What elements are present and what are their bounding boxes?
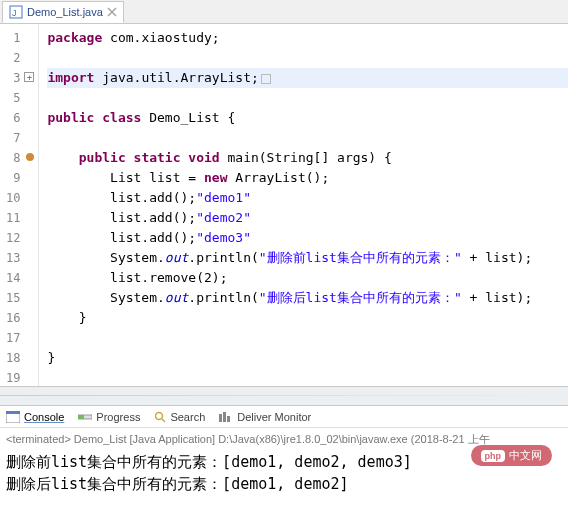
line-number: 8	[6, 148, 20, 168]
line-number: 10	[6, 188, 20, 208]
svg-rect-5	[6, 411, 20, 414]
svg-line-9	[162, 419, 165, 422]
code-line[interactable]: System.out.println("删除前list集合中所有的元素：" + …	[47, 248, 568, 268]
line-number: 12	[6, 228, 20, 248]
fold-toggle-icon[interactable]: +	[24, 72, 34, 82]
search-icon	[154, 411, 166, 423]
tab-search[interactable]: Search	[154, 411, 205, 423]
code-line[interactable]	[47, 88, 568, 108]
line-number: 3+	[6, 68, 20, 88]
line-number: 7	[6, 128, 20, 148]
line-number: 17	[6, 328, 20, 348]
line-number: 15	[6, 288, 20, 308]
tab-console-label: Console	[24, 411, 64, 423]
code-line[interactable]: package com.xiaostudy;	[47, 28, 568, 48]
tab-monitor-label: Deliver Monitor	[237, 411, 311, 423]
java-file-icon: J	[9, 5, 23, 19]
editor-tab-active[interactable]: J Demo_List.java	[2, 1, 124, 23]
code-line[interactable]: list.add();"demo2"	[47, 208, 568, 228]
code-line[interactable]: list.add();"demo3"	[47, 228, 568, 248]
warning-marker-icon[interactable]	[26, 153, 34, 161]
code-line[interactable]: }	[47, 348, 568, 368]
svg-point-8	[156, 412, 163, 419]
code-line[interactable]	[47, 328, 568, 348]
console-icon	[6, 411, 20, 423]
tab-deliver-monitor[interactable]: Deliver Monitor	[219, 411, 311, 423]
svg-rect-7	[78, 415, 84, 419]
editor-tab-title: Demo_List.java	[27, 6, 103, 18]
line-number: 2	[6, 48, 20, 68]
tab-progress-label: Progress	[96, 411, 140, 423]
code-line[interactable]: public class Demo_List {	[47, 108, 568, 128]
code-line[interactable]	[47, 128, 568, 148]
code-line[interactable]: System.out.println("删除后list集合中所有的元素：" + …	[47, 288, 568, 308]
close-icon[interactable]	[107, 7, 117, 17]
code-line[interactable]: }	[47, 308, 568, 328]
console-line: 删除后list集合中所有的元素：[demo1, demo2]	[6, 473, 562, 495]
line-number: 16	[6, 308, 20, 328]
tab-console[interactable]: Console	[6, 411, 64, 423]
code-line[interactable]: List list = new ArrayList();	[47, 168, 568, 188]
code-line[interactable]	[47, 368, 568, 388]
line-number: 5	[6, 88, 20, 108]
line-number: 6	[6, 108, 20, 128]
watermark-badge: 中文网	[471, 445, 553, 466]
line-number: 1	[6, 28, 20, 48]
bottom-panel-tabs: Console Progress Search Deliver Monitor	[0, 406, 568, 428]
tab-progress[interactable]: Progress	[78, 411, 140, 423]
line-number: 11	[6, 208, 20, 228]
code-editor[interactable]: 123+5678910111213141516171819 package co…	[0, 24, 568, 386]
code-area[interactable]: package com.xiaostudy;import java.util.A…	[39, 24, 568, 386]
line-number: 13	[6, 248, 20, 268]
watermark-text: 中文网	[509, 448, 542, 463]
line-number: 9	[6, 168, 20, 188]
progress-icon	[78, 412, 92, 422]
tab-search-label: Search	[170, 411, 205, 423]
code-line[interactable]: list.remove(2);	[47, 268, 568, 288]
code-line[interactable]	[47, 48, 568, 68]
code-line[interactable]: list.add();"demo1"	[47, 188, 568, 208]
svg-rect-10	[219, 414, 222, 422]
pane-divider[interactable]	[0, 386, 568, 406]
line-number: 18	[6, 348, 20, 368]
code-line[interactable]: import java.util.ArrayList;	[47, 68, 568, 88]
svg-rect-12	[227, 416, 230, 422]
code-line[interactable]: public static void main(String[] args) {	[47, 148, 568, 168]
monitor-icon	[219, 412, 233, 422]
line-number: 19	[6, 368, 20, 388]
svg-text:J: J	[12, 8, 17, 18]
svg-rect-11	[223, 412, 226, 422]
line-number-gutter: 123+5678910111213141516171819	[0, 24, 39, 386]
folded-region-icon[interactable]	[261, 74, 271, 84]
line-number: 14	[6, 268, 20, 288]
editor-tab-bar: J Demo_List.java	[0, 0, 568, 24]
